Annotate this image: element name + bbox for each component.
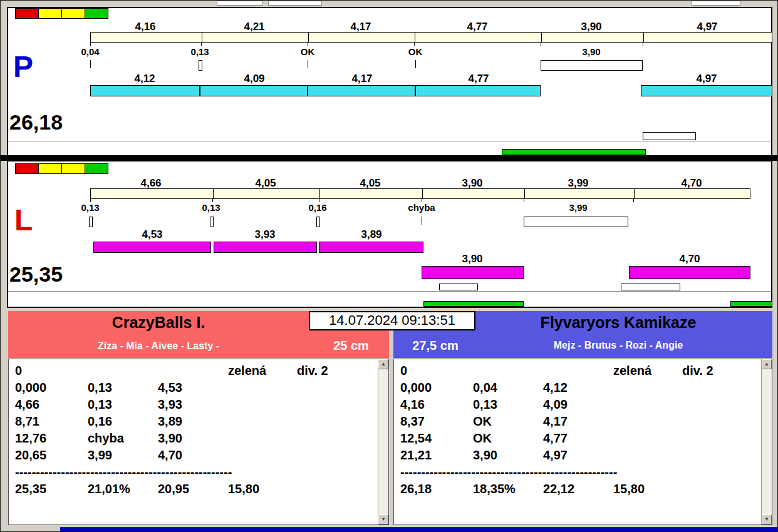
dog-time-bar [422,266,524,279]
cell: div. 2 [297,362,376,379]
results-table-body: 0 zelená div. 2 0,000 0,04 4,12 4,16 0,1… [400,362,759,498]
segment-time: 4,21 [217,21,292,33]
segment-bar [90,188,750,199]
lane-letter: L [14,205,33,235]
team-name: CrazyBalls I. [8,312,309,333]
segment-divider [422,189,423,198]
dog-time: 3,90 [435,253,510,265]
tick-mark [414,43,415,46]
table-row: 0,000 0,04 4,12 [400,379,759,396]
scroll-up-button[interactable]: ▲ [378,359,388,369]
segment-divider [308,33,309,42]
segment-time: 4,77 [440,21,515,33]
split-time: OK [378,46,453,57]
scrollbar[interactable]: ▲ ▼ [761,359,772,524]
light-yellow-icon [61,8,85,19]
segment-time: 4,97 [670,21,745,33]
cell: ----------------------------------------… [15,464,376,481]
segment-divider [213,189,214,198]
table-row: 12,54 OK 4,77 [400,430,759,447]
baseline [8,141,771,141]
split-time: 0,16 [280,202,355,213]
start-lights [16,163,108,174]
cell: 20,65 [15,447,88,464]
table-row: 21,21 3,90 4,97 [400,447,759,464]
segment-time: 4,66 [113,177,189,190]
pass-marker [90,60,91,68]
team-lineup: Zíza - Mia - Aivee - Lasty - [8,340,309,352]
dog-time-bar [308,85,415,96]
lane-panel-l: 4,66 4,05 4,05 3,90 3,99 4,70 0,13 0,13 … [7,160,772,308]
cell: chyba [88,430,158,447]
cell: OK [473,430,543,447]
split-time: 3,90 [554,46,629,57]
timestamp-box: 14.07.2024 09:13:51 [309,311,475,330]
cell: ----------------------------------------… [400,464,759,481]
pass-marker-box [89,217,93,227]
light-yellow-icon [61,163,85,174]
segment-divider [643,33,644,42]
dog-time: 4,77 [441,73,516,85]
jump-height: 27,5 cm [397,339,474,353]
cell: 3,90 [158,430,228,447]
dog-time: 4,97 [669,73,744,85]
cell: 12,76 [15,430,88,447]
lane-total-time: 25,35 [9,263,63,286]
light-yellow-icon [38,163,62,174]
baseline [8,291,771,292]
table-row: 4,16 0,13 4,09 [400,396,759,413]
table-row: 20,65 3,99 4,70 [15,447,376,464]
cell: 20,95 [158,481,228,498]
dog-time-bar [93,242,211,253]
scroll-down-button[interactable]: ▼ [378,514,388,524]
cell: div. 2 [682,362,759,379]
cell: OK [473,413,543,430]
split-time: 0,13 [174,202,249,213]
split-time: OK [270,46,345,57]
start-lights [16,8,108,19]
status-row: 0 zelená div. 2 [400,362,759,379]
scroll-down-button[interactable]: ▼ [762,514,772,524]
finish-marker-box [621,284,680,290]
dog-time-bar [415,85,541,96]
results-table-right: 0 zelená div. 2 0,000 0,04 4,12 4,16 0,1… [393,359,772,525]
table-row: 4,66 0,13 3,93 [15,396,376,413]
window-fragment [692,1,740,6]
cell: 4,09 [543,396,613,413]
pass-marker [422,217,422,225]
table-row: 8,71 0,16 3,89 [15,413,376,430]
light-yellow-icon [38,8,62,19]
segment-time: 3,90 [554,21,629,33]
segment-divider [319,189,320,198]
cell: 0,16 [88,413,158,430]
cell: 15,80 [613,481,682,498]
light-red-icon [15,163,39,174]
scroll-up-button[interactable]: ▲ [762,359,772,369]
segment-divider [634,189,635,198]
cell: 3,93 [158,396,228,413]
segment-time: 4,17 [323,21,398,33]
scrollbar[interactable]: ▲ ▼ [378,359,388,524]
divider-row: ----------------------------------------… [400,464,759,481]
cell: 4,77 [543,430,613,447]
light-red-icon [15,8,39,19]
cell: 4,17 [543,413,613,430]
segment-time: 3,90 [435,177,510,190]
dog-time-bar [319,242,423,253]
dog-time: 4,17 [324,73,400,85]
cell: 22,12 [543,481,613,498]
cell: 4,70 [158,447,228,464]
table-row: 8,37 OK 4,17 [400,413,759,430]
split-time: 3,99 [541,202,616,213]
segment-divider [415,33,415,42]
cell: 4,66 [15,396,88,413]
light-green-icon [85,163,108,174]
divider-row: ----------------------------------------… [15,464,376,481]
dog-time: 4,70 [652,253,727,265]
segment-divider [541,33,542,42]
cell: 0,000 [15,379,88,396]
lane-letter: P [13,52,33,82]
cell: 3,99 [88,447,158,464]
pass-marker [415,60,416,68]
table-row: 0,000 0,13 4,53 [15,379,376,396]
